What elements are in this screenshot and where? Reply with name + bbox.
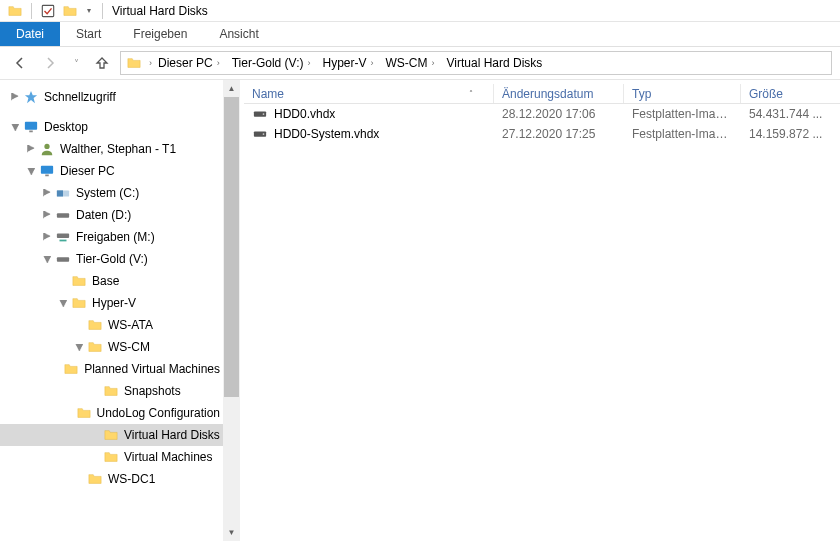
folder-icon xyxy=(63,361,79,377)
expander-icon[interactable]: ⯈ xyxy=(40,230,54,244)
chevron-right-icon[interactable]: › xyxy=(145,58,154,68)
tree-drive-system[interactable]: ⯈ System (C:) xyxy=(0,182,240,204)
tree-label: Planned Virtual Machines xyxy=(84,362,220,376)
app-icon xyxy=(7,3,23,19)
vhdx-icon xyxy=(252,126,268,142)
svg-point-4 xyxy=(44,144,49,149)
expander-icon[interactable]: ⯈ xyxy=(40,186,54,200)
folder-icon xyxy=(71,273,87,289)
qat-folder-icon[interactable] xyxy=(62,3,78,19)
svg-rect-6 xyxy=(45,175,49,177)
scroll-track[interactable] xyxy=(223,97,240,524)
file-date: 28.12.2020 17:06 xyxy=(494,107,624,121)
expander-icon[interactable]: ⯆ xyxy=(8,120,22,134)
scroll-down-icon[interactable]: ▼ xyxy=(223,524,240,541)
back-button[interactable] xyxy=(8,51,32,75)
tree-folder-base[interactable]: ⯈ Base xyxy=(0,270,240,292)
svg-point-16 xyxy=(263,133,265,135)
expander-icon[interactable]: ⯆ xyxy=(24,164,38,178)
expander-icon[interactable]: ⯆ xyxy=(72,340,86,354)
crumb-thispc[interactable]: Dieser PC› xyxy=(154,52,228,74)
crumb-label: Dieser PC xyxy=(158,56,213,70)
folder-icon xyxy=(76,405,92,421)
address-bar[interactable]: › Dieser PC› Tier-Gold (V:)› Hyper-V› WS… xyxy=(120,51,832,75)
crumb-vhd[interactable]: Virtual Hard Disks xyxy=(443,52,549,74)
tree-folder-wsdc1[interactable]: ⯈ WS-DC1 xyxy=(0,468,240,490)
scroll-thumb[interactable] xyxy=(224,97,239,397)
qat-properties-icon[interactable] xyxy=(40,3,56,19)
up-button[interactable] xyxy=(90,51,114,75)
tree-folder-virtualmachines[interactable]: ⯈ Virtual Machines xyxy=(0,446,240,468)
chevron-right-icon[interactable]: › xyxy=(428,58,437,68)
svg-point-14 xyxy=(263,113,265,115)
svg-rect-0 xyxy=(42,5,53,16)
tree-drive-freigaben[interactable]: ⯈ Freigaben (M:) xyxy=(0,226,240,248)
tab-share[interactable]: Freigeben xyxy=(117,22,203,46)
tree-label: Hyper-V xyxy=(92,296,136,310)
svg-rect-3 xyxy=(29,131,33,133)
tree-label: Tier-Gold (V:) xyxy=(76,252,148,266)
tree-label: Dieser PC xyxy=(60,164,115,178)
column-size[interactable]: Größe xyxy=(741,84,840,103)
tree-desktop[interactable]: ⯆ Desktop xyxy=(0,116,240,138)
file-name: HDD0-System.vhdx xyxy=(274,127,379,141)
column-label: Änderungsdatum xyxy=(502,87,593,101)
tree-folder-wsata[interactable]: ⯈ WS-ATA xyxy=(0,314,240,336)
scroll-up-icon[interactable]: ▲ xyxy=(223,80,240,97)
file-date: 27.12.2020 17:25 xyxy=(494,127,624,141)
tree-folder-undolog[interactable]: ⯈ UndoLog Configuration xyxy=(0,402,240,424)
expander-icon[interactable]: ⯈ xyxy=(40,208,54,222)
file-size: 54.431.744 ... xyxy=(741,107,840,121)
folder-icon xyxy=(87,317,103,333)
tree-folder-hyperv[interactable]: ⯆ Hyper-V xyxy=(0,292,240,314)
tree-user[interactable]: ⯈ Walther, Stephan - T1 xyxy=(0,138,240,160)
monitor-icon xyxy=(39,163,55,179)
tab-start[interactable]: Start xyxy=(60,22,117,46)
chevron-right-icon[interactable]: › xyxy=(367,58,376,68)
tree-quickaccess[interactable]: ⯈ Schnellzugriff xyxy=(0,86,240,108)
tree-drive-tiergold[interactable]: ⯆ Tier-Gold (V:) xyxy=(0,248,240,270)
expander-icon[interactable]: ⯈ xyxy=(8,90,22,104)
tree-folder-planned[interactable]: ⯈ Planned Virtual Machines xyxy=(0,358,240,380)
folder-icon xyxy=(103,427,119,443)
folder-icon xyxy=(103,383,119,399)
file-name: HDD0.vhdx xyxy=(274,107,335,121)
forward-button[interactable] xyxy=(38,51,62,75)
crumb-hyperv[interactable]: Hyper-V› xyxy=(318,52,381,74)
expander-icon[interactable]: ⯈ xyxy=(24,142,38,156)
tree-folder-snapshots[interactable]: ⯈ Snapshots xyxy=(0,380,240,402)
chevron-right-icon[interactable]: › xyxy=(303,58,312,68)
separator xyxy=(31,3,32,19)
navpane-scrollbar[interactable]: ▲ ▼ xyxy=(223,80,240,541)
file-row[interactable]: HDD0.vhdx 28.12.2020 17:06 Festplatten-I… xyxy=(244,104,840,124)
svg-rect-8 xyxy=(57,190,63,196)
column-name[interactable]: Name ˄ xyxy=(244,84,494,103)
file-size: 14.159.872 ... xyxy=(741,127,840,141)
column-label: Größe xyxy=(749,87,783,101)
tree-folder-vhd[interactable]: ⯈ Virtual Hard Disks xyxy=(0,424,240,446)
file-row[interactable]: HDD0-System.vhdx 27.12.2020 17:25 Festpl… xyxy=(244,124,840,144)
expander-icon[interactable]: ⯆ xyxy=(40,252,54,266)
tree-thispc[interactable]: ⯆ Dieser PC xyxy=(0,160,240,182)
folder-icon xyxy=(103,449,119,465)
column-date[interactable]: Änderungsdatum xyxy=(494,84,624,103)
tree-label: WS-ATA xyxy=(108,318,153,332)
qat-dropdown-icon[interactable]: ▾ xyxy=(84,3,94,19)
tree-label: WS-DC1 xyxy=(108,472,155,486)
crumb-drive[interactable]: Tier-Gold (V:)› xyxy=(228,52,319,74)
tab-file[interactable]: Datei xyxy=(0,22,60,46)
recent-locations-dropdown[interactable]: ˅ xyxy=(68,51,84,75)
expander-icon[interactable]: ⯆ xyxy=(56,296,70,310)
chevron-right-icon[interactable]: › xyxy=(213,58,222,68)
column-label: Typ xyxy=(632,87,651,101)
column-type[interactable]: Typ xyxy=(624,84,741,103)
tree-label: Base xyxy=(92,274,119,288)
nav-row: ˅ › Dieser PC› Tier-Gold (V:)› Hyper-V› … xyxy=(0,47,840,80)
crumb-wscm[interactable]: WS-CM› xyxy=(382,52,443,74)
tree-label: Desktop xyxy=(44,120,88,134)
tree-folder-wscm[interactable]: ⯆ WS-CM xyxy=(0,336,240,358)
tree-label: System (C:) xyxy=(76,186,139,200)
tab-view[interactable]: Ansicht xyxy=(203,22,274,46)
folder-icon xyxy=(87,471,103,487)
tree-drive-daten[interactable]: ⯈ Daten (D:) xyxy=(0,204,240,226)
